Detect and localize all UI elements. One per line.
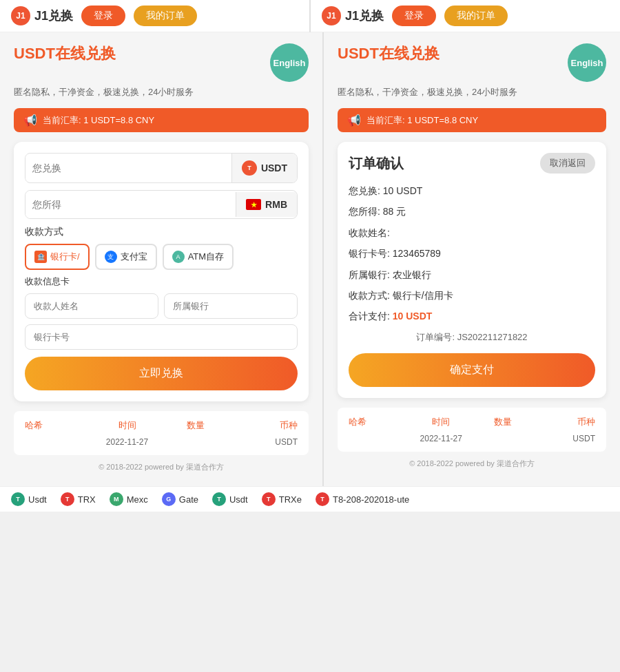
left-row1-time: 2022-11-27 [93, 437, 161, 447]
right-logo: J1 J1兑换 [322, 6, 384, 25]
ticker-item-3: G Gate [162, 492, 198, 506]
ticker-icon-1: T [61, 492, 74, 506]
right-table-header: 哈希 时间 数量 币种 [349, 416, 595, 428]
right-panel-title: USDT在线兑换 [338, 43, 440, 64]
ticker-label-4: Usdt [229, 494, 248, 505]
ticker-bar: T Usdt T TRX M Mexc G Gate T Usdt T TRXe… [0, 486, 620, 512]
left-heading: USDT在线兑换 English [14, 43, 309, 82]
left-bank-inputs [25, 293, 298, 319]
right-row1-hash [349, 434, 411, 443]
left-alipay-label: 支付宝 [121, 251, 147, 263]
left-nav-bar: J1 J1兑换 登录 我的订单 [0, 0, 309, 32]
ticker-icon-4: T [212, 492, 226, 506]
left-alipay-btn[interactable]: 支 支付宝 [95, 244, 157, 270]
right-speaker-icon: 📢 [347, 114, 361, 127]
page-wrapper: J1 J1兑换 登录 我的订单 J1 J1兑换 登录 我的订单 USDT在线兑换… [0, 0, 620, 512]
left-bank-btn[interactable]: 🏦 银行卡/ [25, 244, 90, 270]
right-total-pay-line: 合计支付: 10 USDT [349, 308, 595, 324]
left-exchange-row: T USDT [25, 153, 298, 183]
left-atm-icon: A [172, 251, 185, 263]
right-confirm-button[interactable]: 确定支付 [349, 353, 595, 387]
ticker-label-1: TRX [78, 494, 96, 505]
dual-nav: J1 J1兑换 登录 我的订单 J1 J1兑换 登录 我的订单 [0, 0, 620, 32]
left-table-col1: 哈希 [25, 419, 93, 432]
left-table-header: 哈希 时间 数量 币种 [25, 419, 298, 432]
right-table-col2: 时间 [411, 416, 473, 428]
left-english-button[interactable]: English [270, 43, 309, 82]
left-usdt-icon: T [242, 160, 257, 176]
left-table-row1: 2022-11-27 USDT [25, 437, 298, 447]
ticker-item-1: T TRX [61, 492, 96, 506]
left-table-section: 哈希 时间 数量 币种 2022-11-27 USDT [14, 411, 309, 455]
left-card-number-input[interactable] [25, 324, 298, 350]
left-rate-text: 当前汇率: 1 USDT=8.8 CNY [43, 114, 154, 127]
ticker-label-0: Usdt [28, 494, 47, 505]
left-bank-label: 银行卡/ [50, 251, 80, 263]
right-orders-button[interactable]: 我的订单 [444, 6, 508, 26]
ticker-icon-2: M [110, 492, 123, 506]
right-heading: USDT在线兑换 English [338, 43, 606, 82]
left-orders-button[interactable]: 我的订单 [134, 6, 197, 26]
right-exchange-line: 您兑换: 10 USDT [349, 183, 595, 198]
right-login-button[interactable]: 登录 [392, 6, 436, 26]
left-row1-amount [161, 437, 229, 447]
right-table-col1: 哈希 [349, 416, 411, 428]
left-panel: USDT在线兑换 English 匿名隐私，干净资金，极速兑换，24小时服务 📢… [0, 32, 322, 486]
right-cancel-button[interactable]: 取消返回 [540, 153, 595, 174]
right-payee-name-line: 收款姓名: [349, 225, 595, 240]
left-footer: © 2018-2022 powered by 渠道合作方 [14, 462, 309, 472]
left-logo: J1 J1兑换 [11, 6, 73, 25]
right-rate-text: 当前汇率: 1 USDT=8.8 CNY [366, 114, 478, 127]
left-table-col2: 时间 [93, 419, 161, 432]
ticker-icon-3: G [162, 492, 176, 506]
left-speaker-icon: 📢 [23, 114, 37, 127]
ticker-label-5: TRXe [279, 494, 302, 505]
left-row1-currency: USDT [229, 437, 298, 447]
left-rmb-flag [246, 199, 261, 210]
ticker-icon-6: T [316, 492, 329, 506]
ticker-label-6: T8-208-202018-ute [333, 494, 409, 505]
right-table-section: 哈希 时间 数量 币种 2022-11-27 USDT [338, 408, 606, 452]
right-row1-amount [472, 434, 534, 443]
right-table-row1: 2022-11-27 USDT [349, 434, 595, 443]
ticker-label-2: Mexc [127, 494, 148, 505]
ticker-label-3: Gate [179, 494, 198, 505]
left-rmb-tag: RMB [236, 192, 297, 217]
right-footer: © 2018-2022 powered by 渠道合作方 [338, 459, 606, 469]
left-payee-name-input[interactable] [25, 293, 158, 319]
right-rate-banner: 📢 当前汇率: 1 USDT=8.8 CNY [338, 108, 606, 132]
right-english-button[interactable]: English [568, 43, 606, 82]
left-submit-button[interactable]: 立即兑换 [25, 357, 298, 390]
left-usdt-tag: T USDT [231, 154, 297, 182]
left-atm-btn[interactable]: A ATM自存 [163, 244, 234, 270]
right-total-pay-label: 合计支付: [349, 311, 390, 322]
left-login-button[interactable]: 登录 [81, 6, 125, 26]
left-table-col4: 币种 [229, 419, 298, 432]
right-table-col3: 数量 [472, 416, 534, 428]
right-row1-time: 2022-11-27 [411, 434, 473, 443]
left-alipay-icon: 支 [105, 251, 117, 263]
left-get-input[interactable] [25, 191, 236, 218]
left-subtitle: 匿名隐私，干净资金，极速兑换，24小时服务 [14, 86, 309, 98]
left-bank-name-input[interactable] [164, 293, 298, 319]
ticker-item-0: T Usdt [11, 492, 47, 506]
right-logo-icon: J1 [322, 6, 341, 25]
left-bank-icon: 🏦 [34, 251, 47, 263]
left-get-row: RMB [25, 190, 298, 219]
right-order-title-row: 订单确认 取消返回 [349, 153, 595, 174]
panels-row: USDT在线兑换 English 匿名隐私，干净资金，极速兑换，24小时服务 📢… [0, 32, 620, 486]
left-usdt-label: USDT [261, 162, 287, 174]
right-row1-currency: USDT [534, 434, 596, 443]
right-order-number: 订单编号: JS202211271822 [349, 331, 595, 344]
left-payment-methods: 🏦 银行卡/ 支 支付宝 A ATM自存 [25, 244, 298, 270]
left-form-card: T USDT RMB 收款方式 🏦 银行 [14, 142, 309, 401]
right-total-pay-value: 10 USDT [393, 311, 433, 322]
ticker-item-4: T Usdt [212, 492, 248, 506]
right-table-col4: 币种 [534, 416, 596, 428]
ticker-icon-5: T [262, 492, 276, 506]
right-subtitle: 匿名隐私，干净资金，极速兑换，24小时服务 [338, 86, 606, 98]
left-logo-text: J1兑换 [34, 8, 73, 24]
left-exchange-input[interactable] [25, 154, 231, 182]
left-rate-banner: 📢 当前汇率: 1 USDT=8.8 CNY [14, 108, 309, 132]
right-panel: USDT在线兑换 English 匿名隐私，干净资金，极速兑换，24小时服务 📢… [322, 32, 620, 486]
